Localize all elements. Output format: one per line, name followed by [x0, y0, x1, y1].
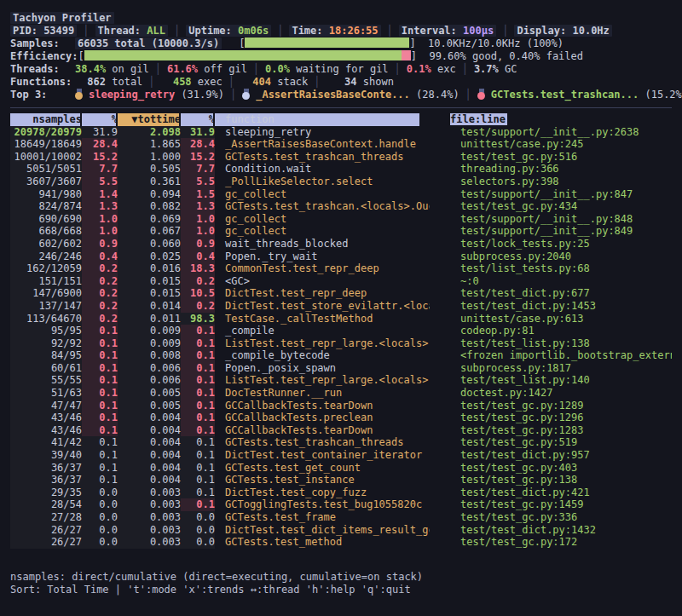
table-row[interactable]: 47/470.10.0050.1GCCallbackTests.tearDown… — [10, 400, 672, 412]
function-cell: gc_collect — [215, 225, 430, 238]
table-row[interactable]: 41/420.10.0040.1GCTests.test_trashcan_th… — [10, 436, 672, 449]
table-row[interactable]: 39/400.10.0040.1DictTest.test_container_… — [10, 449, 672, 462]
table-row[interactable]: 27/280.00.0030.0GCTests.test_frametest/t… — [10, 511, 672, 524]
tottime-cell: 0.060 — [118, 238, 181, 250]
nsamples-cell: 27/28 — [10, 511, 82, 524]
cumulative-pct-cell: 0.0 — [181, 511, 215, 524]
top3-entry[interactable]: sleeping_retry (31.9%) — [75, 89, 224, 101]
header-cumulative-pct[interactable]: % — [181, 113, 215, 126]
table-row[interactable]: 28/540.00.0030.1GCTogglingTests.test_bug… — [10, 498, 672, 511]
tottime-cell: 0.003 — [118, 486, 181, 499]
functions-label: Functions: — [10, 76, 75, 89]
table-row[interactable]: 60/610.10.0060.1Popen._posix_spawnsubpro… — [10, 362, 672, 375]
cumulative-pct-cell: 1.5 — [181, 188, 215, 201]
table-row[interactable]: 246/2460.40.0250.4Popen._try_waitsubproc… — [10, 250, 672, 263]
tottime-cell: 0.004 — [118, 474, 181, 486]
footer-keybinds: Sort: Total Time | 't':mode 'x':trends ↔… — [10, 584, 672, 596]
top3-percent: (15.2%) — [639, 89, 682, 101]
tottime-cell: 0.003 — [118, 511, 181, 524]
file-line-cell: test/support/__init__.py:849 — [430, 225, 672, 238]
pid-value: 53499 — [43, 25, 74, 37]
table-row[interactable]: 151/1510.20.0150.2<GC>~:0 — [10, 275, 672, 288]
direct-pct-cell: 0.1 — [82, 474, 118, 486]
function-cell: CommonTest.test_repr_deep — [215, 262, 430, 275]
table-row[interactable]: 137/1470.20.0140.2DictTest.test_store_ev… — [10, 300, 672, 313]
thread-stat-text: waiting for gil — [290, 63, 389, 75]
table-row[interactable]: 690/6901.00.0691.0gc_collecttest/support… — [10, 213, 672, 226]
table-row[interactable]: 29/350.00.0030.1DictTest.test_copy_fuzzt… — [10, 486, 672, 499]
divider — [10, 107, 672, 108]
file-line-cell: test/test_gc.py:1296 — [430, 412, 672, 424]
tottime-cell: 0.069 — [118, 213, 181, 226]
direct-pct-cell: 1.0 — [82, 225, 118, 238]
top3-entry[interactable]: _AssertRaisesBaseConte... (28.4%) — [242, 89, 459, 101]
table-row[interactable]: 113/646700.20.01198.3TestCase._callTestM… — [10, 313, 672, 325]
table-row[interactable]: 147/69000.20.01510.5DictTest.test_repr_d… — [10, 287, 672, 300]
direct-pct-cell: 0.1 — [82, 412, 118, 424]
table-row[interactable]: 26/270.00.0030.0GCTests.test_methodtest/… — [10, 536, 672, 549]
file-line-cell: test/lock_tests.py:25 — [430, 238, 672, 250]
table-row[interactable]: 824/8741.30.0821.3GCTests.test_trashcan.… — [10, 200, 672, 213]
cumulative-pct-cell: 0.1 — [181, 424, 215, 437]
table-row[interactable]: 95/950.10.0090.1_compilecodeop.py:81 — [10, 325, 672, 337]
header-direct-pct[interactable]: % — [82, 113, 118, 126]
tottime-cell: 1.000 — [118, 151, 181, 164]
table-row[interactable]: 55/550.10.0060.1ListTest.test_repr_large… — [10, 374, 672, 387]
efficiency-label: Efficiency: — [10, 50, 78, 62]
cumulative-pct-cell: 0.0 — [181, 536, 215, 549]
separator: │ — [462, 63, 468, 75]
table-row[interactable]: 602/6020.90.0600.9wait_threads_blockedte… — [10, 238, 672, 250]
separator: │ — [148, 76, 154, 88]
nsamples-cell: 18649/18649 — [10, 138, 82, 151]
function-cell: GCCallbackTests.tearDown — [215, 400, 430, 412]
tottime-cell: 0.004 — [118, 436, 181, 449]
direct-pct-cell: 1.3 — [82, 200, 118, 213]
cumulative-pct-cell: 0.1 — [181, 436, 215, 449]
cumulative-pct-cell: 0.1 — [181, 462, 215, 475]
table-row[interactable]: 84/950.10.0080.1_compile_bytecode<frozen… — [10, 349, 672, 362]
nsamples-cell: 60/61 — [10, 362, 82, 375]
table-row[interactable]: 26/270.00.0030.0DictTest.test_dict_items… — [10, 524, 672, 537]
function-stat-text: shown — [357, 76, 394, 88]
header-function[interactable]: function — [215, 113, 419, 126]
thread-value[interactable]: ALL — [147, 25, 165, 37]
table-row[interactable]: 10001/1000215.21.00015.2GCTests.test_tra… — [10, 151, 672, 164]
nsamples-cell: 5051/5051 — [10, 163, 82, 176]
file-line-cell: test/list_tests.py:68 — [430, 262, 672, 275]
function-stat-value: 404 — [240, 76, 271, 89]
table-row[interactable]: 3607/36075.50.3615.5_PollLikeSelector.se… — [10, 176, 672, 188]
table-row[interactable]: 43/460.10.0040.1GCCallbackTests.preclean… — [10, 412, 672, 424]
top3-entry[interactable]: GCTests.test_trashcan... (15.2%) — [477, 89, 682, 101]
table-row[interactable]: 92/920.10.0090.1ListTest.test_repr_large… — [10, 337, 672, 350]
cumulative-pct-cell: 7.7 — [181, 163, 215, 176]
table-row[interactable]: 43/460.10.0040.1GCCallbackTests.tearDown… — [10, 424, 672, 437]
file-line-cell: test/test_gc.py:336 — [430, 511, 672, 524]
top3-percent: (31.9%) — [175, 89, 224, 101]
function-cell: sleeping_retry — [215, 126, 430, 139]
table-row[interactable]: 941/9801.40.0941.5gc_collecttest/support… — [10, 188, 672, 201]
thread-stat: 0.0% waiting for gil — [265, 63, 389, 75]
table-row[interactable]: 668/6681.00.0671.0gc_collecttest/support… — [10, 225, 672, 238]
function-cell: GCTests.test_trashcan_threads — [215, 436, 430, 449]
cumulative-pct-cell: 1.0 — [181, 225, 215, 238]
cumulative-pct-cell: 0.1 — [181, 337, 215, 350]
bronze-medal-icon — [477, 89, 486, 100]
header-nsamples[interactable]: nsamples — [10, 113, 82, 126]
table-row[interactable]: 5051/50517.70.5057.7Condition.waitthread… — [10, 163, 672, 176]
header-tottime-sorted[interactable]: ▼tottime — [118, 113, 181, 126]
file-line-cell: test/test_dict.py:1453 — [430, 300, 672, 313]
table-row[interactable]: 36/370.10.0040.1GCTests.test_instancetes… — [10, 474, 672, 486]
function-cell: DictTest.test_dict_items_result_gc — [215, 524, 430, 537]
bracket: ] — [411, 50, 417, 62]
table-row[interactable]: 36/370.10.0040.1GCTests.test_get_countte… — [10, 462, 672, 475]
tottime-cell: 0.067 — [118, 225, 181, 238]
header-file-line[interactable]: file:line — [419, 113, 672, 126]
bracket: [ — [239, 37, 245, 49]
table-row[interactable]: 162/120590.20.01618.3CommonTest.test_rep… — [10, 262, 672, 275]
table-row[interactable]: 20978/2097931.92.09831.9sleeping_retryte… — [10, 126, 672, 139]
table-row[interactable]: 18649/1864928.41.86528.4_AssertRaisesBas… — [10, 138, 672, 151]
table-row[interactable]: 51/630.10.0050.1DocTestRunner.__rundocte… — [10, 387, 672, 400]
top3-function-name: sleeping_retry — [89, 89, 175, 101]
tottime-cell: 0.008 — [118, 349, 181, 362]
cumulative-pct-cell: 28.4 — [181, 138, 215, 151]
